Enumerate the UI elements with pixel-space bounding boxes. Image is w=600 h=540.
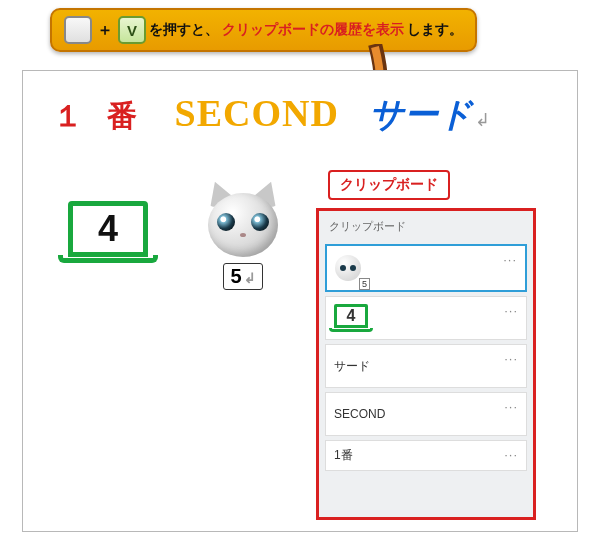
word-2: SECOND (175, 91, 339, 135)
cat-image: 5↲ (203, 181, 283, 290)
clipboard-item[interactable]: サード ··· (325, 344, 527, 388)
item-more-icon[interactable]: ··· (504, 447, 518, 462)
clipboard-item[interactable]: 5 ··· (325, 244, 527, 292)
callout-text-highlight: クリップボードの履歴を表示 (222, 21, 404, 39)
item-more-icon[interactable]: ··· (504, 399, 518, 414)
clipboard-item[interactable]: 4 ··· (325, 296, 527, 340)
word-3: サード (369, 92, 473, 138)
cat-thumbnail-icon (335, 255, 361, 281)
word-1: １ 番 (53, 96, 145, 137)
clipboard-item[interactable]: SECOND ··· (325, 392, 527, 436)
callout-text-prefix: を押すと、 (149, 21, 219, 39)
plus-symbol: ＋ (95, 20, 115, 41)
clipboard-item-text: SECOND (334, 407, 385, 421)
callout-text-suffix: します。 (407, 21, 463, 39)
item-more-icon[interactable]: ··· (503, 252, 517, 267)
return-mark-icon: ↲ (475, 109, 490, 131)
item-more-icon[interactable]: ··· (504, 351, 518, 366)
windows-key-icon (64, 16, 92, 44)
laptop-image: 4 (58, 201, 158, 263)
text-line: １ 番 SECOND サード ↲ (53, 91, 557, 138)
laptop-screen-digit: 4 (68, 201, 148, 257)
instruction-callout: ＋ V を押すと、 クリップボードの履歴を表示 します。 (50, 8, 477, 52)
cat-caption: 5↲ (223, 263, 262, 290)
item-more-icon[interactable]: ··· (504, 303, 518, 318)
laptop-thumbnail-icon: 4 (334, 304, 373, 332)
clipboard-item-text: 1番 (334, 447, 353, 464)
clipboard-panel: クリップボード 5 ··· 4 ··· サード ··· SECOND ··· 1… (316, 208, 536, 520)
cat-thumbnail-label: 5 (359, 278, 370, 290)
clipboard-item-text: サード (334, 358, 370, 375)
clipboard-item[interactable]: 1番 ··· (325, 440, 527, 471)
v-key-icon: V (118, 16, 146, 44)
clipboard-panel-title: クリップボード (319, 211, 533, 240)
clipboard-badge: クリップボード (328, 170, 450, 200)
